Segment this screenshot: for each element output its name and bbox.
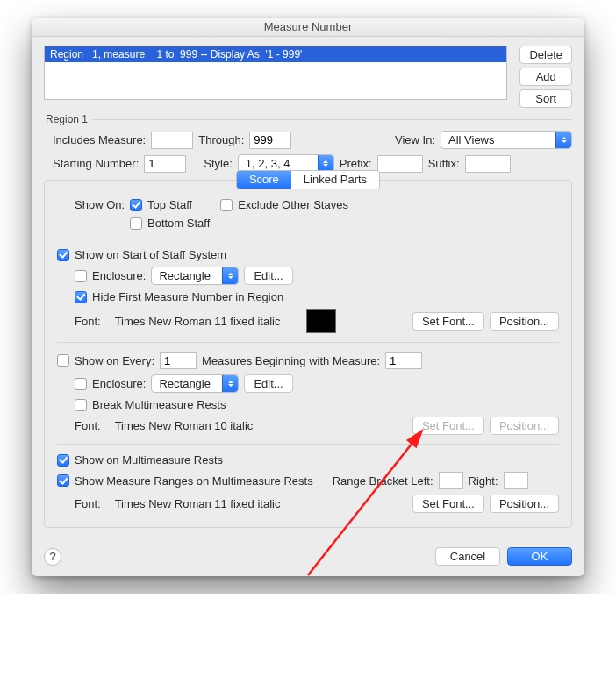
dialog: Measure Number Region 1, measure 1 to 99… — [32, 18, 584, 576]
show-on-label: Show On: — [75, 198, 125, 211]
top-staff-checkbox[interactable]: Top Staff — [130, 198, 192, 211]
includes-measure-label: Includes Measure: — [53, 133, 146, 146]
style-label: Style: — [204, 157, 233, 170]
view-in-select[interactable]: All Views — [441, 131, 572, 149]
enclosure2-value: Rectangle — [159, 377, 211, 390]
top-staff-label: Top Staff — [147, 198, 192, 211]
exclude-other-staves-checkbox[interactable]: Exclude Other Staves — [220, 198, 348, 211]
starting-number-label: Starting Number: — [53, 157, 139, 170]
bracket-left-input[interactable] — [439, 472, 463, 489]
show-start-label: Show on Start of Staff System — [75, 248, 226, 261]
checkbox-icon — [57, 474, 69, 487]
enclosure2-label: Enclosure: — [92, 377, 146, 390]
position3-button[interactable]: Position... — [490, 495, 559, 513]
font2-value: Times New Roman 10 italic — [115, 419, 254, 432]
region-list-item[interactable]: Region 1, measure 1 to 999 -- Display As… — [45, 46, 506, 62]
checkbox-icon — [57, 454, 69, 467]
through-input[interactable] — [249, 132, 291, 149]
setfont1-button[interactable]: Set Font... — [412, 312, 484, 331]
edit1-button[interactable]: Edit... — [244, 267, 292, 285]
chevron-updown-icon — [222, 375, 238, 392]
font1-value: Times New Roman 11 fixed italic — [115, 315, 281, 328]
sort-button[interactable]: Sort — [519, 89, 572, 108]
break-multi-checkbox[interactable]: Break Multimeasure Rests — [75, 398, 226, 411]
divider — [57, 342, 559, 343]
font3-label: Font: — [75, 497, 101, 510]
ok-button[interactable]: OK — [507, 547, 572, 566]
hide-first-checkbox[interactable]: Hide First Measure Number in Region — [75, 290, 283, 303]
hide-first-label: Hide First Measure Number in Region — [92, 290, 283, 303]
enclosure1-label: Enclosure: — [92, 269, 146, 282]
range-bracket-right-label: Right: — [469, 474, 498, 488]
tabs[interactable]: Score Linked Parts — [236, 170, 380, 189]
checkbox-icon — [130, 217, 142, 230]
enclosure2-checkbox[interactable]: Enclosure: — [75, 377, 146, 390]
chevron-updown-icon — [555, 132, 571, 148]
tab-score[interactable]: Score — [237, 171, 291, 189]
bottom-staff-label: Bottom Staff — [147, 217, 210, 230]
measures-beginning-label: Measures Beginning with Measure: — [202, 354, 380, 367]
title-bar: Measure Number — [32, 18, 584, 37]
font2-label: Font: — [75, 419, 101, 432]
show-multi-checkbox[interactable]: Show on Multimeasure Rests — [57, 453, 223, 467]
exclude-other-label: Exclude Other Staves — [238, 198, 348, 211]
checkbox-icon — [57, 249, 69, 261]
delete-button[interactable]: Delete — [519, 46, 572, 64]
checkbox-icon — [75, 291, 87, 303]
show-multi-label: Show on Multimeasure Rests — [75, 453, 223, 467]
show-ranges-checkbox[interactable]: Show Measure Ranges on Multimeasure Rest… — [57, 474, 313, 488]
options-panel: Score Linked Parts Show On: Top Staff Ex… — [44, 180, 572, 528]
style-value: 1, 2, 3, 4 — [246, 157, 290, 170]
region-label: Region 1 — [46, 113, 88, 125]
font1-label: Font: — [75, 315, 101, 328]
checkbox-icon — [75, 399, 87, 411]
prefix-label: Prefix: — [340, 157, 372, 170]
checkbox-icon — [130, 199, 142, 211]
break-multi-label: Break Multimeasure Rests — [92, 398, 226, 411]
show-ranges-label: Show Measure Ranges on Multimeasure Rest… — [75, 474, 313, 488]
checkbox-icon — [220, 199, 233, 211]
through-label: Through: — [198, 133, 244, 146]
divider — [57, 444, 559, 445]
enclosure1-select[interactable]: Rectangle — [151, 267, 239, 285]
view-in-value: All Views — [448, 133, 495, 146]
setfont2-button[interactable]: Set Font... — [412, 417, 484, 435]
add-button[interactable]: Add — [519, 68, 572, 86]
divider — [93, 119, 572, 120]
edit2-button[interactable]: Edit... — [244, 374, 292, 393]
setfont3-button[interactable]: Set Font... — [412, 495, 484, 513]
beginning-input[interactable] — [385, 352, 422, 369]
position2-button[interactable]: Position... — [490, 417, 559, 435]
cancel-button[interactable]: Cancel — [435, 547, 500, 566]
view-in-label: View In: — [395, 133, 435, 146]
region-list[interactable]: Region 1, measure 1 to 999 -- Display As… — [44, 46, 507, 100]
position1-button[interactable]: Position... — [490, 312, 559, 331]
enclosure1-checkbox[interactable]: Enclosure: — [75, 269, 146, 282]
includes-measure-input[interactable] — [151, 132, 193, 149]
show-start-checkbox[interactable]: Show on Start of Staff System — [57, 248, 226, 261]
tab-linked-parts[interactable]: Linked Parts — [291, 171, 379, 189]
enclosure1-value: Rectangle — [159, 269, 211, 282]
every-input[interactable] — [160, 352, 197, 369]
checkbox-icon — [75, 378, 87, 390]
divider — [57, 239, 559, 239]
bottom-staff-checkbox[interactable]: Bottom Staff — [130, 217, 210, 230]
show-every-label: Show on Every: — [75, 354, 154, 367]
checkbox-icon — [57, 354, 69, 367]
help-button[interactable]: ? — [44, 548, 61, 566]
bracket-right-input[interactable] — [504, 472, 528, 489]
checkbox-icon — [75, 270, 87, 282]
range-bracket-left-label: Range Bracket Left: — [333, 474, 433, 488]
region-label-row: Region 1 — [46, 113, 572, 125]
font3-value: Times New Roman 11 fixed italic — [115, 497, 281, 510]
chevron-updown-icon — [222, 267, 238, 284]
enclosure2-select[interactable]: Rectangle — [151, 374, 239, 393]
show-every-checkbox[interactable]: Show on Every: — [57, 354, 154, 367]
suffix-label: Suffix: — [428, 157, 460, 170]
color-swatch[interactable] — [306, 309, 336, 333]
